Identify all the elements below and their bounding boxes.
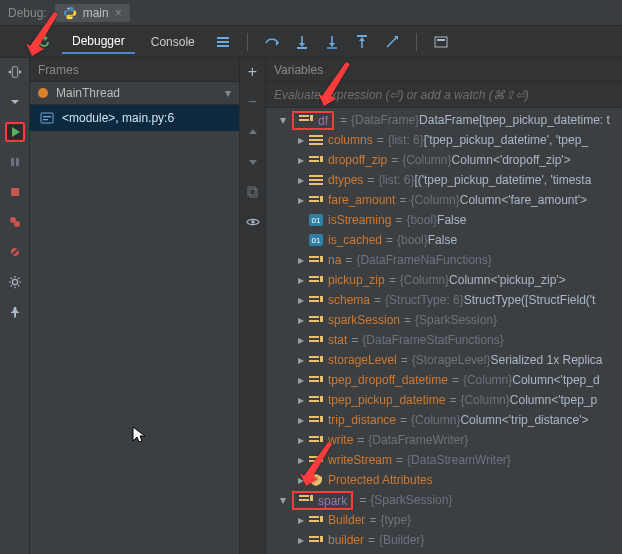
remove-watch-button[interactable]: − (243, 92, 263, 112)
resume-button[interactable] (5, 122, 25, 142)
svg-rect-9 (16, 158, 19, 166)
svg-rect-44 (309, 280, 319, 282)
svg-rect-59 (309, 380, 319, 382)
svg-point-1 (71, 16, 72, 17)
tree-toggle[interactable]: ▸ (294, 413, 308, 427)
variable-row[interactable]: ▸fare_amount={Column} Column<'fare_amoun… (266, 190, 622, 210)
svg-rect-60 (320, 376, 323, 382)
variable-row[interactable]: ▸sparkSession={SparkSession} (266, 310, 622, 330)
tree-toggle[interactable]: ▸ (294, 433, 308, 447)
debug-label: Debug: (8, 6, 47, 20)
variables-panel: Variables Evaluate expression (⏎) or add… (266, 58, 622, 554)
variable-row[interactable]: ▾df={DataFrame} DataFrame[tpep_pickup_da… (266, 110, 622, 130)
svg-rect-79 (309, 536, 319, 538)
svg-rect-34 (309, 200, 319, 202)
variables-tree[interactable]: ▾df={DataFrame} DataFrame[tpep_pickup_da… (266, 108, 622, 554)
view-breakpoints-button[interactable] (5, 212, 25, 232)
svg-rect-58 (309, 376, 319, 378)
settings-icon[interactable] (5, 62, 25, 82)
tab-console[interactable]: Console (141, 31, 205, 53)
tree-toggle[interactable]: ▸ (294, 373, 308, 387)
tree-toggle[interactable]: ▸ (294, 133, 308, 147)
tree-toggle[interactable]: ▸ (294, 453, 308, 467)
variable-row[interactable]: ▸trip_distance={Column} Column<'trip_dis… (266, 410, 622, 430)
variable-row[interactable]: ▾spark={SparkSession} (266, 490, 622, 510)
variable-row[interactable]: ▸tpep_dropoff_datetime={Column} Column<'… (266, 370, 622, 390)
variable-row[interactable]: ▸storageLevel={StorageLevel} Serialized … (266, 350, 622, 370)
down-icon[interactable] (5, 92, 25, 112)
run-config-tab[interactable]: main × (55, 4, 130, 22)
variable-row[interactable]: ▸write={DataFrameWriter} (266, 430, 622, 450)
svg-rect-61 (309, 396, 319, 398)
svg-rect-56 (309, 360, 319, 362)
copy-icon[interactable] (243, 182, 263, 202)
tree-toggle[interactable]: ▸ (294, 393, 308, 407)
tree-toggle[interactable]: ▸ (294, 473, 308, 487)
tab-debugger[interactable]: Debugger (62, 30, 135, 54)
svg-rect-51 (320, 316, 323, 322)
tree-toggle[interactable]: ▸ (294, 273, 308, 287)
tree-toggle[interactable]: ▸ (294, 153, 308, 167)
step-into-my-code-button[interactable] (320, 30, 344, 54)
svg-rect-16 (43, 116, 51, 117)
tree-toggle[interactable]: ▸ (294, 533, 308, 547)
variable-row[interactable]: ▸writeStream={DataStreamWriter} (266, 450, 622, 470)
tree-toggle[interactable]: ▾ (276, 113, 290, 127)
variable-row[interactable]: ▸dropoff_zip={Column} Column<'dropoff_zi… (266, 150, 622, 170)
tree-toggle[interactable]: ▾ (276, 493, 290, 507)
svg-rect-22 (299, 119, 309, 121)
rerun-button[interactable] (32, 30, 56, 54)
close-icon[interactable]: × (115, 6, 122, 20)
tree-toggle[interactable]: ▸ (294, 253, 308, 267)
svg-rect-33 (309, 196, 319, 198)
tree-toggle[interactable]: ▸ (294, 313, 308, 327)
step-into-button[interactable] (290, 30, 314, 54)
mute-breakpoints-button[interactable] (5, 242, 25, 262)
svg-rect-46 (309, 296, 319, 298)
variable-row[interactable]: ▸stat={DataFrameStatFunctions} (266, 330, 622, 350)
threads-button[interactable] (211, 30, 235, 54)
thread-status-icon (38, 88, 48, 98)
up-icon[interactable] (243, 122, 263, 142)
thread-selector[interactable]: MainThread ▾ (30, 82, 239, 105)
variable-row[interactable]: ▸tpep_pickup_datetime={Column} Column<'t… (266, 390, 622, 410)
pin-icon[interactable] (5, 302, 25, 322)
svg-rect-73 (299, 495, 309, 497)
show-watches-icon[interactable] (243, 212, 263, 232)
pause-button[interactable] (5, 152, 25, 172)
stop-button[interactable] (5, 182, 25, 202)
step-over-button[interactable] (260, 30, 284, 54)
svg-rect-43 (309, 276, 319, 278)
run-to-cursor-button[interactable] (380, 30, 404, 54)
variable-row[interactable]: 01is_cached={bool} False (266, 230, 622, 250)
variable-row[interactable]: ▸na={DataFrameNaFunctions} (266, 250, 622, 270)
svg-point-12 (14, 221, 20, 227)
add-watch-button[interactable]: + (243, 62, 263, 82)
svg-rect-78 (320, 516, 323, 522)
tree-toggle[interactable]: ▸ (294, 513, 308, 527)
variable-row[interactable]: ▸columns={list: 6} ['tpep_pickup_datetim… (266, 130, 622, 150)
variable-row[interactable]: ▸Builder={type} (266, 510, 622, 530)
evaluate-expression-button[interactable] (429, 30, 453, 54)
evaluate-input[interactable]: Evaluate expression (⏎) or add a watch (… (266, 82, 622, 108)
stack-frame[interactable]: <module>, main.py:6 (30, 105, 239, 131)
variable-row[interactable]: ▸schema={StructType: 6} StructType([Stru… (266, 290, 622, 310)
step-out-button[interactable] (350, 30, 374, 54)
svg-text:01: 01 (312, 236, 321, 245)
tree-toggle[interactable]: ▸ (294, 293, 308, 307)
gear-icon[interactable] (5, 272, 25, 292)
svg-rect-64 (309, 416, 319, 418)
variable-row[interactable]: 01isStreaming={bool} False (266, 210, 622, 230)
tree-toggle[interactable]: ▸ (294, 173, 308, 187)
tree-toggle[interactable]: ▸ (294, 353, 308, 367)
variable-row[interactable]: ▸pickup_zip={Column} Column<'pickup_zip'… (266, 270, 622, 290)
variable-row[interactable]: ▸builder={Builder} (266, 530, 622, 550)
variable-row[interactable]: ▸dtypes={list: 6} [('tpep_pickup_datetim… (266, 170, 622, 190)
svg-rect-72 (320, 456, 323, 462)
separator (247, 33, 248, 51)
debug-action-rail (0, 58, 30, 554)
tree-toggle[interactable]: ▸ (294, 333, 308, 347)
variable-row[interactable]: ▸Protected Attributes (266, 470, 622, 490)
tree-toggle[interactable]: ▸ (294, 193, 308, 207)
down-icon[interactable] (243, 152, 263, 172)
